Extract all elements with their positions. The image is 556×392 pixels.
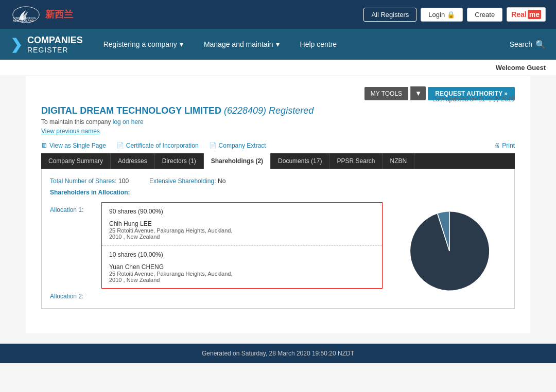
login-button[interactable]: Login 🔒 xyxy=(421,8,463,22)
tab-shareholdings[interactable]: Shareholdings (2) xyxy=(204,153,271,169)
create-button[interactable]: Create xyxy=(467,8,502,22)
chinese-text: 新西兰 xyxy=(45,8,73,21)
main-content: MY TOOLS ▼ REQUEST AUTHORITY » DIGITAL D… xyxy=(26,76,530,333)
shareholder-2-address: 25 Rotoiti Avenue, Pakuranga Heights, Au… xyxy=(109,271,375,277)
view-previous-names-link[interactable]: View previous names xyxy=(41,128,314,135)
shareholding-pie-chart xyxy=(406,207,493,295)
tab-company-summary[interactable]: Company Summary xyxy=(41,153,111,169)
tab-ppsr-search[interactable]: PPSR Search xyxy=(329,153,383,169)
shareholder-1-address2: 2010 , New Zealand xyxy=(109,234,375,240)
company-title: DIGITAL DREAM TECHNOLOGY LIMITED (622840… xyxy=(41,105,314,116)
allocation-2-label-row: Allocation 2: xyxy=(50,289,383,300)
allocation-2-label: Allocation 2: xyxy=(50,289,101,300)
company-subtitle: To maintain this company log on here xyxy=(41,118,314,126)
allocation-1-label: Allocation 1: xyxy=(50,202,101,289)
my-tools-button[interactable]: MY TOOLS xyxy=(364,87,408,100)
generated-text: Generated on Saturday, 28 March 2020 19:… xyxy=(202,350,354,357)
nav-registering[interactable]: Registering a company ▾ xyxy=(103,30,183,59)
welcome-bar: Welcome Guest xyxy=(0,60,556,76)
view-single-page-link[interactable]: 🖹 View as Single Page xyxy=(41,142,106,149)
svg-text:COMPANIES OFFICE: COMPANIES OFFICE xyxy=(12,16,36,19)
print-icon: 🖨 xyxy=(494,142,500,149)
dropdown-icon: ▼ xyxy=(415,90,422,97)
allocation-1-content: 90 shares (90.00%) Chih Hung LEE 25 Roto… xyxy=(102,203,382,245)
shareholder-1-address: 25 Rotoiti Avenue, Pakuranga Heights, Au… xyxy=(109,227,375,234)
shareholder-2-name: Yuan Chen CHENG xyxy=(109,263,375,271)
tab-addresses[interactable]: Addresses xyxy=(111,153,155,169)
allocation-2-content: 10 shares (10.00%) Yuan Chen CHENG 25 Ro… xyxy=(102,246,382,288)
cert-icon: 📄 xyxy=(116,142,124,149)
action-links: 🖹 View as Single Page 📄 Certificate of I… xyxy=(41,142,515,149)
shareholders-in-allocation-label: Shareholders in Allocation: xyxy=(50,189,506,196)
nz-logo: NEW ZEALAND COMPANIES OFFICE xyxy=(10,4,41,25)
company-number: (6228409) Registered xyxy=(224,105,314,116)
dropdown-arrow-icon: ▾ xyxy=(180,40,183,48)
page-icon: 🖹 xyxy=(41,142,47,149)
all-registers-button[interactable]: All Registers xyxy=(363,8,416,22)
realme-button[interactable]: Real me xyxy=(507,7,546,22)
allocation-row-1: Allocation 1: 90 shares (90.00%) Chih Hu… xyxy=(50,202,383,289)
allocation-1-shares: 90 shares (90.00%) xyxy=(109,208,375,215)
last-updated: Last updated on 31 十月 2019 xyxy=(432,95,515,104)
top-bar-left: NEW ZEALAND COMPANIES OFFICE 新西兰 xyxy=(10,4,73,25)
top-bar-right: All Registers Login 🔒 Create Real me xyxy=(363,7,546,22)
nav-manage[interactable]: Manage and maintain ▾ xyxy=(204,30,280,59)
logo-area: NEW ZEALAND COMPANIES OFFICE 新西兰 xyxy=(10,4,73,25)
allocation-layout: Allocation 1: 90 shares (90.00%) Chih Hu… xyxy=(50,202,506,300)
main-nav: ❯ COMPANIES REGISTER Registering a compa… xyxy=(0,29,556,60)
tab-directors[interactable]: Directors (1) xyxy=(155,153,204,169)
svg-text:NEW ZEALAND: NEW ZEALAND xyxy=(12,19,33,22)
brand-chevron-icon: ❯ xyxy=(10,36,22,53)
page-footer: Generated on Saturday, 28 March 2020 19:… xyxy=(0,344,556,363)
nav-links: Registering a company ▾ Manage and maint… xyxy=(103,30,546,59)
shareholder-2-address2: 2010 , New Zealand xyxy=(109,277,375,283)
shareholder-1-name: Chih Hung LEE xyxy=(109,220,375,227)
company-extract-link[interactable]: 📄 Company Extract xyxy=(209,142,266,149)
log-on-link[interactable]: log on here xyxy=(113,118,144,126)
allocations-list: Allocation 1: 90 shares (90.00%) Chih Hu… xyxy=(50,202,383,300)
brand-companies: COMPANIES xyxy=(27,35,83,46)
allocation-box: 90 shares (90.00%) Chih Hung LEE 25 Roto… xyxy=(101,202,383,289)
nav-help[interactable]: Help centre xyxy=(300,30,337,59)
tabs: Company Summary Addresses Directors (1) … xyxy=(41,153,515,169)
tab-documents[interactable]: Documents (17) xyxy=(271,153,329,169)
shares-info: Total Number of Shares: 100 Extensive Sh… xyxy=(50,177,506,185)
brand-register: REGISTER xyxy=(27,46,83,54)
my-tools-dropdown-button[interactable]: ▼ xyxy=(410,86,426,100)
brand: ❯ COMPANIES REGISTER xyxy=(10,35,83,54)
top-bar: NEW ZEALAND COMPANIES OFFICE 新西兰 All Reg… xyxy=(0,0,556,29)
allocation-2-shares: 10 shares (10.00%) xyxy=(109,251,375,258)
nav-search[interactable]: Search 🔍 xyxy=(510,40,546,49)
content-area: Total Number of Shares: 100 Extensive Sh… xyxy=(41,169,515,309)
certificate-link[interactable]: 📄 Certificate of Incorporation xyxy=(116,142,199,149)
search-icon: 🔍 xyxy=(535,40,546,49)
extract-icon: 📄 xyxy=(209,142,217,149)
print-link[interactable]: 🖨 Print xyxy=(494,142,515,149)
chart-area xyxy=(393,202,506,300)
brand-text: COMPANIES REGISTER xyxy=(27,35,83,54)
tab-nzbn[interactable]: NZBN xyxy=(383,153,415,169)
company-header: DIGITAL DREAM TECHNOLOGY LIMITED (622840… xyxy=(41,105,515,135)
dropdown-arrow-icon: ▾ xyxy=(276,40,280,48)
